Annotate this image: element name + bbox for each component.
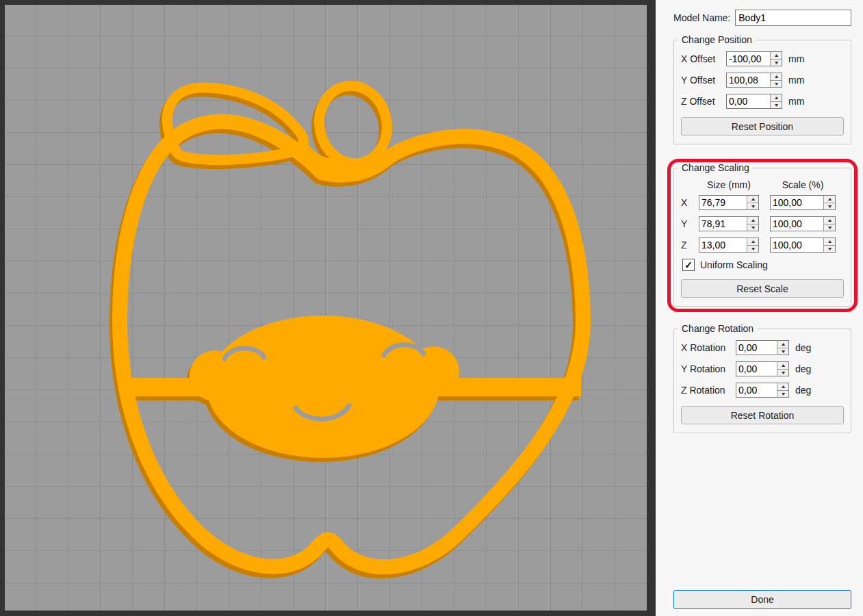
spin-down-button[interactable]: ▼ [777, 391, 788, 398]
x-scale-input[interactable] [771, 196, 823, 209]
y-rotation-spinbox[interactable]: ▲ ▼ [736, 361, 789, 376]
arrow-down-icon: ▼ [827, 225, 833, 230]
scale-column-header: Scale (%) [770, 179, 836, 190]
spin-up-button[interactable]: ▲ [777, 383, 788, 391]
uniform-scaling-label: Uniform Scaling [700, 259, 768, 270]
change-position-group: Change Position X Offset ▲ ▼ mm Y Offset… [673, 40, 851, 144]
z-offset-row: Z Offset ▲ ▼ mm [681, 94, 844, 109]
spin-down-button[interactable]: ▼ [824, 203, 835, 210]
z-offset-unit: mm [788, 96, 804, 107]
y-offset-unit: mm [788, 75, 804, 86]
spin-down-button[interactable]: ▼ [747, 224, 758, 231]
x-scale-spin-buttons: ▲ ▼ [823, 196, 835, 209]
spin-up-button[interactable]: ▲ [824, 217, 835, 224]
x-size-spinbox[interactable]: ▲ ▼ [699, 195, 759, 210]
spin-down-button[interactable]: ▼ [771, 102, 782, 109]
arrow-up-icon: ▲ [750, 196, 756, 201]
x-size-input[interactable] [699, 196, 747, 209]
x-rotation-spinbox[interactable]: ▲ ▼ [736, 340, 789, 355]
change-position-title: Change Position [678, 34, 756, 45]
spin-down-button[interactable]: ▼ [747, 246, 758, 253]
x-offset-row: X Offset ▲ ▼ mm [681, 51, 844, 66]
x-offset-label: X Offset [681, 53, 726, 64]
arrow-down-icon: ▼ [827, 246, 833, 251]
y-size-input[interactable] [699, 217, 747, 231]
arrow-down-icon: ▼ [750, 225, 756, 230]
spin-up-button[interactable]: ▲ [771, 52, 782, 60]
left-cheek [190, 350, 240, 401]
arrow-up-icon: ▲ [773, 95, 780, 100]
arrow-up-icon: ▲ [750, 218, 756, 222]
y-size-spinbox[interactable]: ▲ ▼ [699, 216, 759, 231]
arrow-down-icon: ▼ [780, 370, 786, 375]
z-axis-label: Z [681, 240, 699, 251]
model-name-input[interactable] [735, 10, 851, 26]
spin-up-button[interactable]: ▲ [771, 73, 782, 81]
spin-up-button[interactable]: ▲ [747, 217, 758, 224]
change-scaling-group: Change Scaling Size (mm) Scale (%) X ▲ ▼ [673, 168, 851, 307]
spin-down-button[interactable]: ▼ [824, 224, 835, 231]
arrow-up-icon: ▲ [827, 196, 833, 201]
y-rotation-label: Y Rotation [681, 363, 736, 374]
y-scale-input[interactable] [771, 217, 823, 231]
z-scale-input[interactable] [771, 238, 823, 252]
arrow-down-icon: ▼ [773, 60, 780, 65]
z-size-spinbox[interactable]: ▲ ▼ [699, 238, 759, 253]
z-offset-input[interactable] [727, 94, 770, 108]
arrow-down-icon: ▼ [780, 349, 786, 354]
spin-up-button[interactable]: ▲ [771, 94, 782, 102]
arrow-up-icon: ▲ [827, 218, 833, 222]
spin-up-button[interactable]: ▲ [824, 238, 835, 246]
z-rotation-input[interactable] [736, 383, 777, 397]
apple-cookie-cutter-model [117, 79, 583, 571]
y-scale-row: Y ▲ ▼ ▲ ▼ [681, 216, 844, 231]
x-rotation-input[interactable] [736, 341, 777, 355]
z-scale-spinbox[interactable]: ▲ ▼ [770, 238, 836, 253]
x-offset-spin-buttons: ▲ ▼ [770, 52, 782, 66]
x-scale-row: X ▲ ▼ ▲ ▼ [681, 195, 844, 210]
arrow-down-icon: ▼ [773, 81, 780, 86]
spin-down-button[interactable]: ▼ [771, 81, 782, 88]
spin-up-button[interactable]: ▲ [747, 238, 758, 246]
uniform-scaling-checkbox[interactable]: ✓ [682, 259, 695, 271]
reset-position-button[interactable]: Reset Position [681, 117, 844, 136]
right-cheek [409, 346, 459, 397]
spin-down-button[interactable]: ▼ [777, 348, 788, 355]
spin-down-button[interactable]: ▼ [771, 60, 782, 66]
viewport-3d-canvas[interactable] [5, 5, 647, 611]
z-offset-spin-buttons: ▲ ▼ [770, 94, 782, 108]
panel-spacer [673, 433, 851, 590]
x-size-spin-buttons: ▲ ▼ [747, 196, 758, 209]
change-scaling-wrap: Change Scaling Size (mm) Scale (%) X ▲ ▼ [673, 168, 851, 307]
z-size-spin-buttons: ▲ ▼ [747, 238, 758, 252]
x-scale-spinbox[interactable]: ▲ ▼ [770, 195, 836, 210]
spin-down-button[interactable]: ▼ [824, 246, 835, 253]
arrow-down-icon: ▼ [780, 392, 786, 396]
z-rotation-spin-buttons: ▲ ▼ [777, 383, 788, 397]
spin-up-button[interactable]: ▲ [747, 196, 758, 203]
y-rotation-input[interactable] [736, 362, 777, 376]
x-rotation-unit: deg [795, 342, 811, 353]
model-surface [120, 79, 583, 567]
y-offset-row: Y Offset ▲ ▼ mm [681, 73, 844, 88]
z-rotation-row: Z Rotation ▲ ▼ deg [681, 383, 844, 398]
reset-rotation-button[interactable]: Reset Rotation [681, 406, 844, 424]
spin-down-button[interactable]: ▼ [747, 203, 758, 210]
spin-down-button[interactable]: ▼ [777, 370, 788, 376]
x-offset-spinbox[interactable]: ▲ ▼ [726, 51, 782, 66]
reset-scale-button[interactable]: Reset Scale [681, 279, 844, 298]
x-offset-input[interactable] [727, 52, 770, 66]
spin-up-button[interactable]: ▲ [777, 362, 788, 370]
z-rotation-spinbox[interactable]: ▲ ▼ [736, 383, 789, 398]
y-offset-input[interactable] [727, 73, 770, 87]
z-offset-spinbox[interactable]: ▲ ▼ [726, 94, 782, 109]
y-offset-spinbox[interactable]: ▲ ▼ [726, 73, 782, 88]
viewport-frame [0, 0, 656, 616]
model-render [5, 5, 647, 611]
y-scale-spinbox[interactable]: ▲ ▼ [770, 216, 836, 231]
z-size-input[interactable] [699, 238, 747, 252]
arrow-up-icon: ▲ [773, 74, 780, 79]
spin-up-button[interactable]: ▲ [824, 196, 835, 203]
spin-up-button[interactable]: ▲ [777, 341, 788, 348]
done-button[interactable]: Done [673, 590, 851, 609]
